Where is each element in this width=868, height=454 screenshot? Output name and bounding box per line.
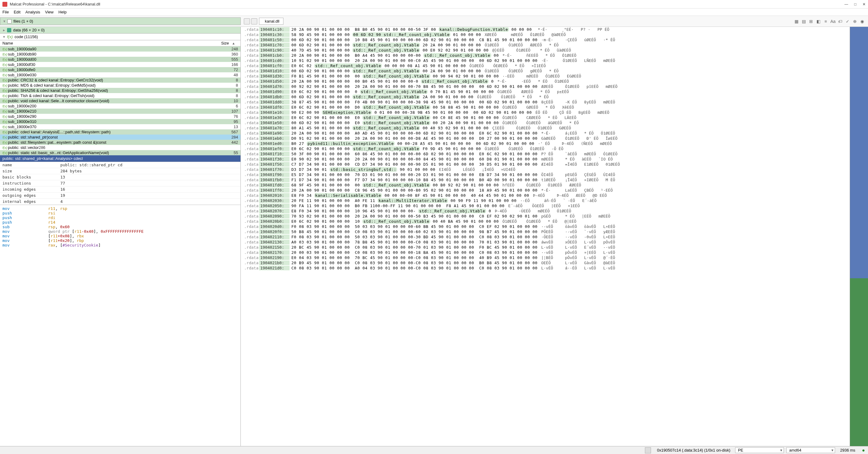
files-header[interactable]: ▾ files (1 + 0): [0, 18, 241, 25]
symbol-ref[interactable]: std::_Ref_count_obj.Vtable: [352, 146, 420, 151]
function-row[interactable]: f(x)public: std::shared_ptr)const284: [0, 135, 241, 140]
hex-line[interactable]: .rdata190402090:70 93 02 90 01 00 00 00 …: [241, 214, 850, 219]
hex-line[interactable]: .rdata1904020b0:E0 6C 02 90 01 00 00 00 …: [241, 219, 850, 224]
function-row[interactable]: f(x)public: CRC32 & cdecl kanal::Entropy…: [0, 78, 241, 83]
hex-line[interactable]: .rdata190402150:20 BC 45 90 01 00 00 00 …: [241, 245, 850, 250]
function-row[interactable]: f(x)public: SHA256 & cdecl kanal::Entrop…: [0, 88, 241, 93]
hex-line[interactable]: .rdata190401fd0:68 9F 45 90 01 00 00 00 …: [241, 182, 850, 188]
hex-line[interactable]: .rdata190401cb0:20 2A 00 90 01 00 00 00 …: [241, 53, 850, 58]
view-icon-4[interactable]: ◧: [815, 18, 822, 25]
menu-help[interactable]: Help: [59, 10, 67, 15]
function-row[interactable]: f(x)public: cdecl kanal::AnalysisE...:;p…: [0, 130, 241, 135]
hex-line[interactable]: .rdata190401e10:90 E2 00 90 SEHException…: [241, 110, 850, 115]
col-size[interactable]: Size: [205, 41, 229, 46]
function-row[interactable]: f(x)sub_19000e2006: [0, 104, 241, 109]
function-row[interactable]: f(x)public: void cdecl kanal::Sele...lt …: [0, 98, 241, 104]
hex-line[interactable]: .rdata190401c70:00 6D 02 90 01 00 00 00 …: [241, 42, 850, 48]
hex-line[interactable]: .rdata190401ff0:20 2A 00 90 01 00 00 00 …: [241, 188, 850, 193]
function-row[interactable]: f(x)sub_19000df30166: [0, 62, 241, 67]
view-icon-10[interactable]: ◉: [859, 18, 866, 25]
function-row[interactable]: f(x)sub_19000db90360: [0, 52, 241, 57]
symbol-ref[interactable]: pybind11::builtin_exception.Vtable: [307, 141, 395, 146]
function-row[interactable]: f(x)public: Tlsh & cdecl kanal::Entropy:…: [0, 93, 241, 98]
view-icon-8[interactable]: ✓: [844, 18, 851, 25]
menu-view[interactable]: View: [45, 10, 54, 15]
close-button[interactable]: ✕: [863, 2, 866, 6]
hex-line[interactable]: .rdata190401f70:D3 D7 34 90 01 std::basi…: [241, 167, 850, 172]
hex-line[interactable]: .rdata190402030:20 FE 11 90 01 00 00 00 …: [241, 198, 850, 203]
file-tab[interactable]: kanal.dll: [259, 18, 283, 25]
function-row[interactable]: f(x)sub_19000e03048: [0, 72, 241, 78]
symbol-ref[interactable]: std::_Ref_count_obj.Vtable: [352, 126, 420, 130]
hex-line[interactable]: .rdata1904020f0:50 B8 45 90 01 00 00 00 …: [241, 229, 850, 234]
symbol-ref[interactable]: std::_Ref_count_obj.Vtable: [352, 94, 420, 99]
hex-line[interactable]: .rdata190402070:E8 F0 34 90 01 00 00 00 …: [241, 208, 850, 214]
hex-line[interactable]: .rdata1904020d0:F0 08 03 90 01 00 00 00 …: [241, 224, 850, 229]
symbol-ref[interactable]: std::_Ref_count_obj.Vtable: [352, 48, 420, 53]
menu-file[interactable]: File: [2, 10, 9, 15]
symbol-ref[interactable]: std::_Ref_count_obj.Vtable: [314, 63, 382, 68]
hex-line[interactable]: .rdata190401e90:20 2A 00 90 01 00 00 00 …: [241, 131, 850, 136]
function-row[interactable]: f(x)sub_19000e37013: [0, 124, 241, 130]
hex-line[interactable]: .rdata190401ef0:E0 6C 02 90 01 00 00 00 …: [241, 146, 850, 151]
symbol-ref[interactable]: std::_Ref_count_obj.Vtable: [421, 79, 489, 84]
hex-line[interactable]: .rdata190401d90:E0 6C 02 90 01 00 00 00 …: [241, 89, 850, 94]
hex-line[interactable]: .rdata190401d30:F0 B1 45 90 01 00 00 00 …: [241, 74, 850, 79]
function-row[interactable]: f(x)sub_19000dd00555: [0, 57, 241, 62]
symbol-ref[interactable]: std::_Ref_count_obj.Vtable: [360, 89, 428, 94]
view-icon-5[interactable]: ≡: [822, 18, 829, 25]
symbol-ref[interactable]: std::_Ref_count_obj.Vtable: [362, 115, 430, 120]
hex-line[interactable]: .rdata190402170:20 00 03 90 01 00 00 00 …: [241, 250, 850, 255]
hex-line[interactable]: .rdata190401fb0:F1 D7 34 90 01 00 00 00 …: [241, 177, 850, 182]
open-icon[interactable]: [244, 18, 250, 24]
hex-line[interactable]: .rdata190401dd0:38 87 45 90 01 00 00 00 …: [241, 100, 850, 105]
symbol-ref[interactable]: std::_Ref_count_obj.Vtable: [362, 74, 430, 78]
function-row[interactable]: f(x)sub_19000e210107: [0, 109, 241, 114]
hex-line[interactable]: .rdata190401e70:80 A1 45 90 01 00 00 00 …: [241, 125, 850, 131]
symbol-ref[interactable]: 00 6D 02 90 std::_Ref_count_obj.Vtable: [352, 32, 451, 37]
minimap[interactable]: [850, 27, 868, 446]
hex-view[interactable]: .rdata190401c10:20 2A 00 90 01 00 00 00 …: [241, 27, 850, 446]
save-icon[interactable]: [251, 18, 257, 24]
hex-line[interactable]: .rdata190402110:F0 08 03 90 01 00 00 00 …: [241, 234, 850, 239]
hex-line[interactable]: .rdata190401d50:20 2A 00 90 01 00 00 00 …: [241, 79, 850, 84]
function-row[interactable]: f(x)public: std::vector286: [0, 145, 241, 150]
symbol-ref[interactable]: std::basic_stringbuf,std::: [330, 167, 397, 172]
function-row[interactable]: f(x)sub_19000e29076: [0, 114, 241, 119]
symbol-ref[interactable]: kanal::MultiIterator.Vtable: [378, 198, 448, 203]
symbol-ref[interactable]: std::_Ref_count_obj.Vtable: [362, 183, 430, 187]
function-row[interactable]: f(x)public: MD5 & cdecl kanal::Entropy::…: [0, 83, 241, 88]
function-row[interactable]: f(x)sub_19000da90248: [0, 46, 241, 52]
view-icon-2[interactable]: ▤: [800, 18, 807, 25]
function-row[interactable]: f(x)sub_19000dfe072: [0, 67, 241, 72]
symbol-ref[interactable]: std::_Ref_count_obj.Vtable: [362, 219, 430, 224]
hex-line[interactable]: .rdata190401f30:E0 90 02 90 01 00 00 00 …: [241, 157, 850, 162]
sort-indicator[interactable]: ▴: [229, 41, 238, 46]
maximize-button[interactable]: □: [854, 2, 857, 6]
view-icon-7[interactable]: 🏷: [837, 18, 844, 25]
symbol-ref[interactable]: std::_Ref_count_obj.Vtable: [418, 209, 486, 213]
tree-data-header[interactable]: ▸ data (66 + 20 + 0): [0, 27, 241, 34]
hex-line[interactable]: .rdata1904021b0:20 B9 45 90 01 00 00 00 …: [241, 260, 850, 265]
menu-analysis[interactable]: Analysis: [25, 10, 40, 15]
hex-line[interactable]: .rdata190401e30:E0 6C 02 90 01 00 00 00 …: [241, 115, 850, 120]
hex-line[interactable]: .rdata190401c10:20 2A 00 90 01 00 00 00 …: [241, 27, 850, 32]
hex-line[interactable]: .rdata190401d10:00 6D 02 90 01 00 00 00 …: [241, 68, 850, 74]
hex-line[interactable]: .rdata190401eb0:D0 91 02 90 01 00 00 00 …: [241, 136, 850, 141]
symbol-ref[interactable]: std::_Ref_count_obj.Vtable: [362, 120, 430, 125]
hex-line[interactable]: .rdata190401e50:00 6D 02 90 01 00 00 00 …: [241, 120, 850, 125]
view-icon-3[interactable]: ⊞: [808, 18, 814, 25]
hex-line[interactable]: .rdata190401cd0:10 91 02 90 01 00 00 00 …: [241, 58, 850, 63]
hex-line[interactable]: .rdata190402130:A0 03 03 90 01 00 00 00 …: [241, 239, 850, 245]
hex-line[interactable]: .rdata190401db0:00 6D 02 90 01 00 00 00 …: [241, 94, 850, 100]
symbol-ref[interactable]: SEHException.Vtable: [322, 110, 372, 115]
hex-line[interactable]: .rdata190402010:E8 F0 34 kanal::Serialis…: [241, 193, 850, 198]
hex-line[interactable]: .rdata190402050:90 FA 11 90 01 00 00 00 …: [241, 203, 850, 208]
symbol-ref[interactable]: std::_Ref_count_obj.Vtable: [423, 53, 491, 58]
hex-line[interactable]: .rdata1904021d0:C0 08 03 90 01 00 00 00 …: [241, 265, 850, 271]
disassembly-panel[interactable]: movr11, rsppushrsipushrdipushr14subrsp, …: [0, 205, 241, 446]
tree-code-header[interactable]: ▾ f(x) code (11156): [0, 34, 241, 40]
hex-line[interactable]: .rdata190401f10:50 3F 00 90 01 00 00 00 …: [241, 151, 850, 157]
function-row[interactable]: f(x)public: std::filesystem::pat...esyst…: [0, 140, 241, 145]
hex-line[interactable]: .rdata190401f50:C7 D7 34 90 01 00 00 00 …: [241, 162, 850, 167]
